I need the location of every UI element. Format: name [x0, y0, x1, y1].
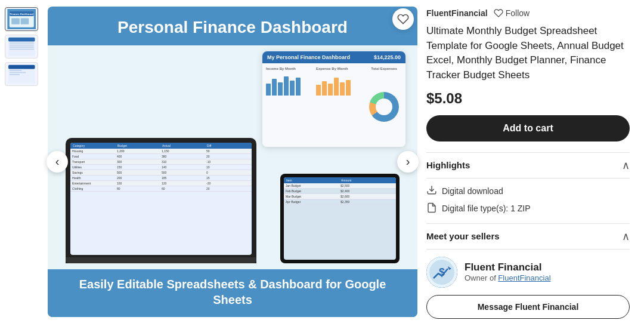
svg-rect-15 [8, 65, 35, 69]
meet-sellers-title: Meet your sellers [426, 231, 500, 241]
ss-col-3: Actual [162, 144, 205, 147]
prev-arrow-icon: ‹ [55, 155, 60, 168]
add-to-cart-button[interactable]: Add to cart [426, 115, 630, 141]
bar-6 [296, 78, 301, 96]
ss-row-3: Transport 300 310 -10 [70, 159, 252, 165]
image-bottom-banner: Easily Editable Spreadsheets & Dashboard… [48, 269, 417, 317]
tablet-mockup: Item Amount Jan Budget $2,500 Feb Budget… [280, 174, 400, 263]
tablet-row-2: Feb Budget $2,400 [284, 189, 396, 194]
product-image-panel: Finance Dashboard [0, 0, 411, 323]
next-arrow-icon: › [406, 155, 410, 168]
ss-row-2: Food 400 380 20 [70, 154, 252, 159]
svg-rect-11 [9, 47, 33, 48]
ss-row-7: Entertainment 100 120 -20 [70, 181, 252, 186]
expenses-label: Total Expenses [371, 67, 397, 70]
svg-rect-4 [11, 18, 20, 24]
bar-4 [284, 76, 289, 96]
svg-rect-18 [9, 74, 19, 75]
heart-icon [397, 13, 409, 25]
ss-col-2: Budget [117, 144, 160, 147]
meet-sellers-section: Meet your sellers ∧ $ Fluent Financial O… [426, 223, 630, 319]
dashboard-title-text: My Personal Finance Dashboard [267, 54, 350, 60]
bar-1 [266, 84, 271, 96]
bar-2 [272, 79, 277, 96]
highlight-filetype: Digital file type(s): 1 ZIP [426, 202, 630, 215]
seller-row: FluentFinancial Follow [426, 8, 630, 18]
highlight-filetype-text: Digital file type(s): 1 ZIP [442, 204, 531, 213]
follow-label: Follow [506, 8, 530, 18]
ss-row-5: Savings 500 500 0 [70, 170, 252, 176]
highlights-title: Highlights [426, 160, 470, 170]
ss-col-1: Category [73, 144, 115, 147]
exp-bar-3 [328, 84, 333, 96]
seller-name: FluentFinancial [426, 8, 488, 18]
meet-sellers-chevron-icon: ∧ [622, 230, 630, 243]
ss-row-1: Housing 1,200 1,150 50 [70, 149, 252, 154]
expense-label: Expense By Month [316, 67, 364, 70]
donut [369, 92, 399, 122]
tablet-screen: Item Amount Jan Budget $2,500 Feb Budget… [284, 177, 396, 260]
ss-row-4: Utilities 150 140 10 [70, 165, 252, 170]
dashboard-preview: My Personal Finance Dashboard $14,225.00… [262, 51, 405, 147]
follow-button[interactable]: Follow [494, 8, 530, 18]
download-icon [426, 184, 437, 198]
message-seller-button[interactable]: Message Fluent Financial [426, 295, 630, 319]
tablet-col-1: Item [286, 179, 339, 182]
ss-row-6: Health 200 185 15 [70, 176, 252, 181]
highlights-section-header: Highlights ∧ [426, 152, 630, 179]
spreadsheet-preview: Category Budget Actual Diff Housing 1,20… [70, 143, 252, 192]
donut-chart: Total Expenses [366, 67, 402, 143]
avatar: $ [426, 257, 457, 288]
product-info-panel: FluentFinancial Follow Ultimate Monthly … [411, 0, 644, 323]
highlight-download-text: Digital download [442, 186, 503, 196]
tablet-ss-header: Item Amount [284, 177, 396, 183]
dashboard-balance: $14,225.00 [374, 54, 401, 60]
svg-rect-8 [8, 38, 35, 42]
laptop-screen: Category Budget Actual Diff Housing 1,20… [70, 143, 252, 255]
seller-full-name: Fluent Financial [465, 262, 551, 273]
tablet-row-1: Jan Budget $2,500 [284, 183, 396, 189]
seller-owner-link[interactable]: FluentFinancial [498, 273, 550, 282]
income-label: Income By Month [266, 67, 314, 70]
svg-rect-17 [9, 72, 25, 73]
next-arrow[interactable]: › [397, 151, 419, 173]
prev-arrow[interactable]: ‹ [47, 151, 68, 173]
heart-outline-icon [494, 8, 503, 18]
income-chart: Income By Month [266, 67, 314, 143]
svg-rect-12 [9, 48, 33, 50]
image-title: Personal Finance Dashboard [60, 17, 405, 38]
exp-bar-1 [316, 85, 321, 96]
bar-5 [290, 81, 295, 96]
tablet-row-3: Mar Budget $2,600 [284, 194, 396, 199]
exp-bar-2 [322, 81, 327, 96]
exp-bar-6 [346, 80, 351, 96]
main-product-image: Personal Finance Dashboard My Personal F… [48, 7, 417, 317]
svg-text:Finance Dashboard: Finance Dashboard [10, 13, 33, 16]
tablet-row-4: Apr Budget $2,350 [284, 199, 396, 205]
thumbnail-1[interactable]: Finance Dashboard [5, 7, 38, 31]
thumbnail-3[interactable] [5, 62, 38, 86]
image-top-banner: Personal Finance Dashboard [48, 7, 417, 46]
ss-col-4: Diff [207, 144, 249, 147]
highlights-chevron-icon: ∧ [622, 159, 630, 172]
highlight-download: Digital download [426, 184, 630, 198]
svg-rect-5 [20, 18, 29, 24]
exp-bar-4 [334, 78, 339, 96]
dashboard-header: My Personal Finance Dashboard $14,225.00 [262, 51, 405, 63]
seller-profile: $ Fluent Financial Owner of FluentFinanc… [426, 257, 630, 288]
thumbnail-2[interactable] [5, 35, 38, 59]
svg-rect-16 [9, 70, 21, 71]
product-price: $5.08 [426, 90, 630, 107]
favorite-button[interactable] [392, 8, 414, 30]
dashboard-body: Income By Month Expense By M [262, 63, 405, 147]
income-bars [266, 72, 314, 96]
expense-bars [316, 72, 364, 96]
ss-header: Category Budget Actual Diff [70, 143, 252, 149]
product-title: Ultimate Monthly Budget Spreadsheet Temp… [426, 24, 630, 83]
seller-owner-text: Owner of FluentFinancial [465, 273, 551, 282]
ss-row-8: Clothing 80 60 20 [70, 186, 252, 192]
main-image-container: Personal Finance Dashboard My Personal F… [43, 0, 422, 323]
image-subtitle: Easily Editable Spreadsheets & Dashboard… [60, 276, 405, 307]
exp-bar-5 [340, 82, 345, 96]
laptop-base [66, 257, 256, 263]
